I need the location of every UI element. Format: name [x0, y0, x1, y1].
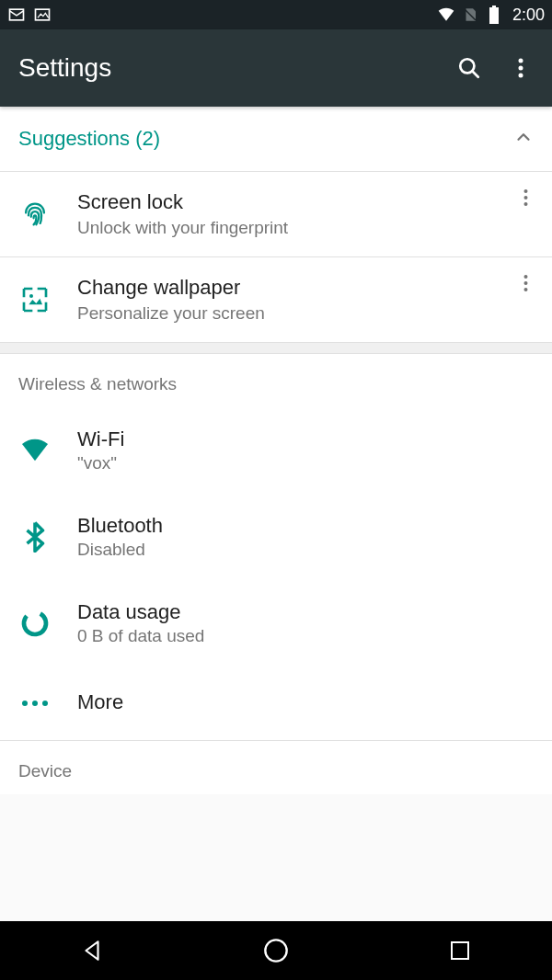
setting-text: More	[77, 690, 534, 716]
setting-text: Bluetooth Disabled	[77, 514, 534, 560]
suggestion-title: Change wallpaper	[77, 276, 534, 300]
battery-icon	[485, 6, 503, 24]
app-bar-actions	[456, 55, 534, 81]
suggestion-text: Change wallpaper Personalize your screen	[77, 276, 534, 324]
section-header-wireless: Wireless & networks	[0, 354, 552, 407]
svg-point-13	[29, 294, 33, 298]
more-horiz-icon	[18, 687, 52, 720]
svg-point-10	[524, 189, 528, 193]
svg-rect-22	[452, 942, 468, 959]
svg-point-21	[265, 940, 286, 961]
svg-point-14	[524, 275, 528, 279]
bluetooth-icon	[18, 520, 52, 553]
section-gap	[0, 343, 552, 354]
no-sim-icon	[461, 6, 479, 24]
setting-text: Wi-Fi "vox"	[77, 427, 534, 473]
setting-title: Bluetooth	[77, 514, 534, 538]
svg-point-11	[524, 196, 528, 199]
svg-rect-3	[492, 6, 496, 7]
svg-point-15	[524, 281, 528, 285]
status-time: 2:00	[512, 6, 545, 25]
setting-subtitle: "vox"	[77, 453, 534, 473]
svg-point-9	[519, 74, 523, 78]
overflow-menu-button[interactable]	[508, 55, 534, 81]
suggestion-more-button[interactable]	[518, 268, 534, 302]
status-bar: 2:00	[0, 0, 552, 29]
setting-subtitle: Disabled	[77, 540, 534, 560]
suggestion-title: Screen lock	[77, 190, 534, 214]
search-icon	[457, 56, 481, 80]
more-vert-icon	[523, 188, 528, 207]
nav-home-button[interactable]	[235, 932, 317, 969]
chevron-up-icon	[513, 127, 534, 151]
svg-rect-4	[489, 7, 499, 24]
svg-point-19	[32, 701, 38, 706]
more-vert-icon	[518, 57, 523, 79]
page-title: Settings	[18, 53, 111, 83]
setting-title: Data usage	[77, 600, 534, 624]
setting-subtitle: 0 B of data used	[77, 626, 534, 646]
svg-point-12	[524, 202, 528, 206]
setting-more[interactable]: More	[0, 667, 552, 740]
home-icon	[263, 938, 289, 963]
suggestion-screen-lock[interactable]: Screen lock Unlock with your fingerprint	[0, 172, 552, 257]
suggestion-subtitle: Unlock with your fingerprint	[77, 218, 534, 238]
setting-data-usage[interactable]: Data usage 0 B of data used	[0, 580, 552, 667]
suggestion-more-button[interactable]	[518, 183, 534, 216]
setting-title: Wi-Fi	[77, 427, 534, 451]
svg-point-20	[42, 701, 48, 706]
wallpaper-icon	[18, 283, 52, 316]
suggestions-title: Suggestions (2)	[18, 127, 160, 151]
setting-title: More	[77, 690, 534, 714]
suggestion-text: Screen lock Unlock with your fingerprint	[77, 190, 534, 238]
svg-line-6	[472, 71, 478, 77]
nav-recent-button[interactable]	[419, 932, 501, 969]
suggestion-subtitle: Personalize your screen	[77, 303, 534, 324]
wifi-status-icon	[437, 6, 455, 24]
svg-point-16	[524, 288, 528, 291]
svg-point-8	[519, 66, 523, 71]
setting-text: Data usage 0 B of data used	[77, 600, 534, 646]
svg-point-17	[20, 609, 50, 638]
nav-back-button[interactable]	[51, 932, 133, 969]
app-bar: Settings	[0, 29, 552, 107]
status-right: 2:00	[437, 6, 545, 25]
svg-point-7	[519, 59, 523, 63]
data-usage-icon	[18, 607, 52, 640]
status-left	[7, 6, 52, 24]
suggestions-header[interactable]: Suggestions (2)	[0, 107, 552, 172]
suggestion-change-wallpaper[interactable]: Change wallpaper Personalize your screen	[0, 257, 552, 343]
svg-point-18	[22, 701, 28, 706]
setting-bluetooth[interactable]: Bluetooth Disabled	[0, 494, 552, 580]
section-header-device: Device	[0, 741, 552, 794]
wifi-icon	[18, 434, 52, 467]
fingerprint-icon	[18, 198, 52, 231]
gallery-icon	[33, 6, 52, 24]
back-icon	[80, 939, 104, 963]
more-vert-icon	[523, 274, 528, 292]
recent-icon	[449, 940, 471, 962]
setting-wifi[interactable]: Wi-Fi "vox"	[0, 407, 552, 494]
settings-content[interactable]: Suggestions (2) Screen lock Unlock with …	[0, 107, 552, 921]
navigation-bar	[0, 921, 552, 980]
mail-icon	[7, 6, 26, 24]
search-button[interactable]	[456, 55, 482, 81]
